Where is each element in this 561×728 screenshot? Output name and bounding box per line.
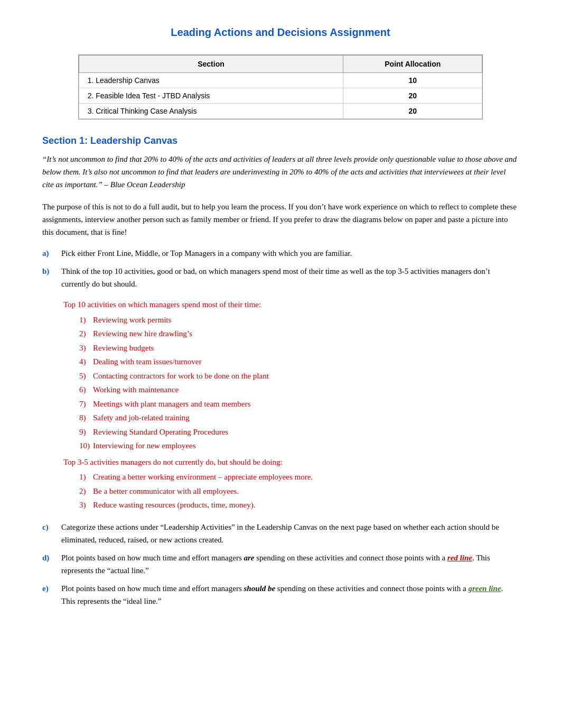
green-line-text: green line [468, 584, 501, 593]
list-item-a: a) Pick either Front Line, Middle, or To… [42, 247, 519, 260]
top10-item: 7)Meetings with plant managers and team … [79, 398, 313, 410]
section-header: Section [79, 56, 343, 73]
section1-title: Section 1: Leadership Canvas [42, 135, 519, 146]
top10-item: 9)Reviewing Standard Operating Procedure… [79, 426, 313, 438]
label-d: d) [42, 551, 57, 564]
list-item-b: b) Think of the top 10 activities, good … [42, 265, 519, 515]
page-title: Leading Actions and Decisions Assignment [42, 26, 519, 39]
list-item-d: d) Plot points based on how much time an… [42, 551, 519, 577]
top10-item: 5)Contacting contractors for work to be … [79, 370, 313, 382]
table-row-section: 1. Leadership Canvas [79, 73, 343, 88]
top10-item: 6)Working with maintenance [79, 384, 313, 396]
top35-list: 1)Creating a better working environment … [63, 471, 313, 511]
top35-item: 2)Be a better communicator with all empl… [79, 485, 313, 497]
item-e-after: spending on these activities and connect… [275, 584, 468, 593]
table-row-section: 3. Critical Thinking Case Analysis [79, 104, 343, 119]
table-row-section: 2. Feasible Idea Test - JTBD Analysis [79, 88, 343, 104]
label-e: e) [42, 582, 57, 595]
table-row-points: 20 [343, 88, 482, 104]
item-d-text: Plot points based on how much time and e… [61, 551, 519, 577]
top10-item: 8)Safety and job-related training [79, 412, 313, 424]
label-b: b) [42, 265, 57, 290]
top10-item: 10)Interviewing for new employees [79, 440, 313, 452]
item-d-after: spending on these activities and connect… [255, 554, 447, 562]
sublabel2: Top 3-5 activities managers do not curre… [63, 456, 313, 468]
top10-list: 1)Reviewing work permits2)Reviewing new … [63, 314, 313, 452]
top10-item: 1)Reviewing work permits [79, 314, 313, 326]
item-e-text: Plot points based on how much time and e… [61, 582, 519, 607]
top10-item: 3)Reviewing budgets [79, 342, 313, 354]
table-row-points: 10 [343, 73, 482, 88]
section1-items: a) Pick either Front Line, Middle, or To… [42, 247, 519, 607]
item-e-bold: should be [244, 584, 276, 593]
top35-item: 3)Reduce wasting resources (products, ti… [79, 499, 313, 511]
table-row-points: 20 [343, 104, 482, 119]
body-text: The purpose of this is not to do a full … [42, 200, 519, 238]
points-header: Point Allocation [343, 56, 482, 73]
top10-item: 4)Dealing with team issues/turnover [79, 356, 313, 368]
item-d-bold: are [244, 554, 255, 562]
list-item-c: c) Categorize these actions under “Leade… [42, 521, 519, 546]
label-a: a) [42, 247, 57, 260]
red-line-text: red line [447, 554, 472, 562]
top10-item: 2)Reviewing new hire drawling’s [79, 328, 313, 340]
item-e-before: Plot points based on how much time and e… [61, 584, 244, 593]
item-b-text: Think of the top 10 activities, good or … [61, 265, 519, 290]
sublabel1: Top 10 activities on which managers spen… [63, 299, 313, 311]
item-d-before: Plot points based on how much time and e… [61, 554, 244, 562]
point-allocation-table: Section Point Allocation 1. Leadership C… [78, 54, 483, 119]
item-c-text: Categorize these actions under “Leadersh… [61, 521, 519, 546]
list-item-e: e) Plot points based on how much time an… [42, 582, 519, 607]
top35-item: 1)Creating a better working environment … [79, 471, 313, 483]
label-c: c) [42, 521, 57, 533]
item-a-text: Pick either Front Line, Middle, or Top M… [61, 247, 352, 260]
quote-text: “It’s not uncommon to find that 20% to 4… [42, 153, 519, 191]
